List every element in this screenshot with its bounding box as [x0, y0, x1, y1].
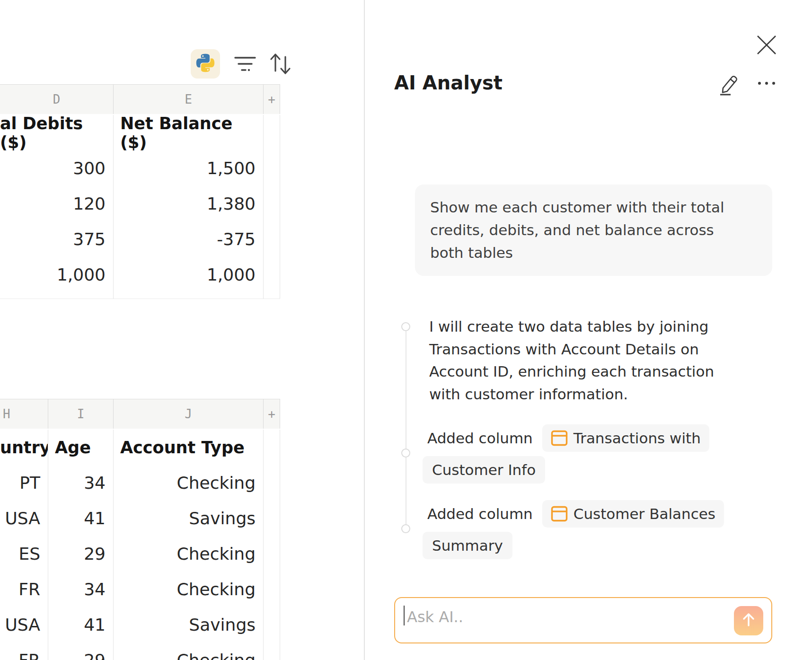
table-chip-transactions-with-customer-info[interactable]: Transactions with — [542, 424, 709, 452]
close-panel-button[interactable] — [755, 34, 778, 56]
cell[interactable]: FR — [0, 642, 48, 660]
ellipsis-icon — [758, 82, 775, 85]
header-total-debits[interactable]: al Debits ($) — [0, 115, 114, 150]
sort-button[interactable] — [268, 51, 292, 78]
timeline-dot — [401, 449, 410, 458]
header-account-type[interactable]: Account Type — [114, 430, 264, 465]
arrow-up-icon — [740, 611, 757, 630]
table-row: 120 1,380 — [0, 186, 280, 222]
cell[interactable]: Savings — [114, 607, 264, 642]
chip-text: Summary — [432, 537, 503, 554]
column-letter-d[interactable]: D — [0, 85, 114, 114]
column-letter-e[interactable]: E — [114, 85, 264, 114]
rename-chat-button[interactable] — [716, 71, 739, 96]
ai-message-text: I will create two data tables by joining — [429, 316, 779, 338]
more-options-button[interactable] — [754, 75, 779, 92]
cell[interactable]: USA — [0, 607, 48, 642]
table-row: 300 1,500 — [0, 150, 280, 186]
app-window: D E + al Debits ($) Net Balance ($) 300 … — [0, 0, 812, 660]
cell[interactable]: 1,000 — [114, 257, 264, 292]
cell[interactable]: 41 — [48, 501, 114, 536]
python-icon — [196, 53, 215, 74]
table-icon — [551, 506, 568, 522]
table-row: ES 29 Checking — [0, 536, 280, 572]
added-column-label: Added column — [427, 430, 533, 447]
ask-ai-placeholder: Ask AI.. — [407, 608, 463, 626]
cell[interactable]: Checking — [114, 642, 264, 660]
close-icon — [755, 49, 778, 58]
added-column-entry: Added column Customer Balances — [427, 500, 724, 528]
timeline-dot — [401, 524, 410, 533]
add-column-button[interactable]: + — [264, 399, 280, 429]
cell[interactable]: Checking — [114, 536, 264, 572]
table-row: PT 34 Checking — [0, 465, 280, 501]
cell[interactable]: 34 — [48, 572, 114, 607]
column-letter-i[interactable]: I — [48, 399, 114, 429]
table-row: USA 41 Savings — [0, 501, 280, 537]
python-code-button[interactable] — [191, 49, 220, 79]
table-chip-transactions-with-customer-info[interactable]: Customer Info — [423, 456, 545, 484]
table-header-row: al Debits ($) Net Balance ($) — [0, 115, 280, 152]
table-header-row: untry Age Account Type — [0, 430, 280, 466]
cell[interactable]: 375 — [0, 221, 114, 257]
cell[interactable]: ES — [0, 536, 48, 572]
cell[interactable]: 300 — [0, 150, 114, 186]
cell[interactable]: FR — [0, 572, 48, 607]
timeline-line — [406, 331, 406, 529]
cell[interactable]: 29 — [48, 642, 114, 660]
column-letter-h[interactable]: H — [0, 399, 48, 429]
user-message-text: Show me each customer with their total — [430, 196, 757, 219]
header-country[interactable]: untry — [0, 430, 48, 465]
ai-message-text: Transactions with Account Details on — [429, 338, 779, 361]
pencil-icon — [716, 88, 739, 97]
user-message-text: both tables — [430, 241, 757, 264]
cell[interactable]: 1,500 — [114, 150, 264, 186]
added-column-entry: Added column Transactions with — [427, 424, 709, 452]
panel-divider — [364, 0, 365, 660]
table-row-empty — [0, 292, 280, 299]
cell[interactable]: 34 — [48, 465, 114, 501]
ask-ai-input[interactable]: Ask AI.. — [394, 597, 772, 643]
chip-text: Transactions with — [574, 430, 701, 447]
cell[interactable]: 1,000 — [0, 257, 114, 292]
table-row: USA 41 Savings — [0, 607, 280, 643]
add-column-button[interactable]: + — [264, 85, 280, 114]
ai-message-text: Account ID, enriching each transaction — [429, 361, 779, 383]
filter-button[interactable] — [233, 53, 257, 78]
table-row: FR 29 Checking — [0, 642, 280, 660]
table-chip-customer-balances-summary[interactable]: Customer Balances — [542, 500, 724, 528]
cell[interactable]: 29 — [48, 536, 114, 572]
panel-title: AI Analyst — [394, 72, 503, 94]
table-icon — [551, 430, 568, 446]
table-row: 1,000 1,000 — [0, 257, 280, 293]
user-message-bubble: Show me each customer with their total c… — [415, 185, 772, 276]
chip-text: Customer Balances — [574, 505, 715, 522]
cell[interactable]: Savings — [114, 501, 264, 536]
cell[interactable]: Checking — [114, 572, 264, 607]
sort-arrows-icon — [268, 50, 292, 79]
filter-icon — [233, 52, 257, 79]
ai-message: I will create two data tables by joining… — [429, 316, 779, 405]
header-net-balance[interactable]: Net Balance ($) — [114, 115, 264, 150]
cell[interactable]: 41 — [48, 607, 114, 642]
cell[interactable]: 1,380 — [114, 186, 264, 221]
column-letter-j[interactable]: J — [114, 399, 264, 429]
table-row: FR 34 Checking — [0, 572, 280, 607]
added-column-label: Added column — [427, 505, 533, 522]
timeline-dot — [401, 322, 410, 331]
send-button[interactable] — [734, 606, 763, 635]
table-row: 375 -375 — [0, 221, 280, 257]
cell[interactable]: 120 — [0, 186, 114, 221]
text-caret — [404, 606, 405, 625]
user-message-text: credits, debits, and net balance across — [430, 219, 757, 241]
cell[interactable]: USA — [0, 501, 48, 536]
column-letter-row: H I J + — [0, 399, 280, 431]
table-chip-customer-balances-summary[interactable]: Summary — [423, 532, 512, 559]
cell[interactable]: -375 — [114, 221, 264, 257]
chip-text: Customer Info — [432, 461, 536, 478]
cell[interactable]: Checking — [114, 465, 264, 501]
header-age[interactable]: Age — [48, 430, 114, 465]
column-letter-row: D E + — [0, 84, 280, 116]
cell[interactable]: PT — [0, 465, 48, 501]
ai-message-text: with customer information. — [429, 383, 779, 406]
